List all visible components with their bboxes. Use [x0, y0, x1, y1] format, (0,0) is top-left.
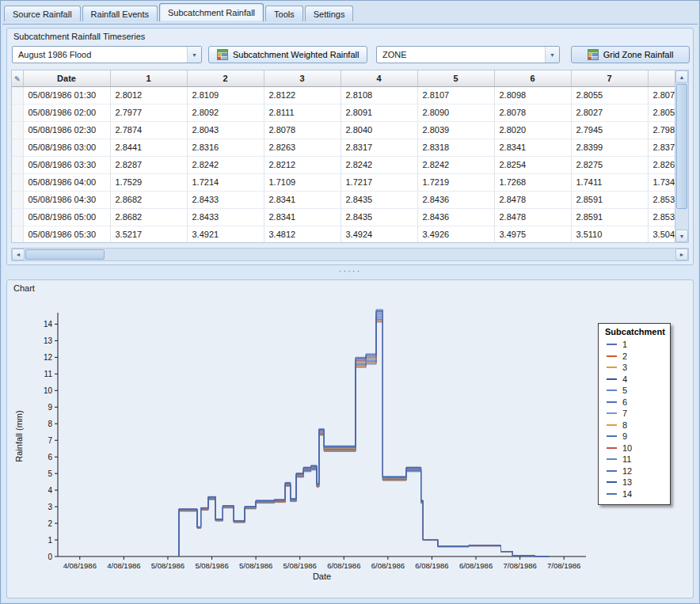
- value-cell[interactable]: 2.8478: [494, 208, 571, 226]
- date-cell[interactable]: 05/08/1986 01:30: [23, 86, 110, 104]
- grid-zone-rainfall-button[interactable]: Grid Zone Rainfall: [571, 46, 690, 63]
- table-row[interactable]: 05/08/1986 04:302.86822.84332.83412.8435…: [12, 191, 689, 208]
- value-cell[interactable]: 3.5217: [110, 226, 187, 243]
- value-cell[interactable]: 3.5110: [571, 226, 648, 243]
- value-cell[interactable]: 2.8318: [417, 139, 494, 156]
- value-cell[interactable]: 2.8591: [571, 208, 648, 226]
- column-header-4[interactable]: 4: [340, 70, 417, 86]
- date-cell[interactable]: 05/08/1986 05:00: [23, 208, 110, 226]
- chevron-down-icon[interactable]: ▼: [545, 47, 559, 63]
- value-cell[interactable]: 2.8435: [340, 191, 417, 208]
- value-cell[interactable]: 1.7529: [110, 173, 187, 191]
- value-cell[interactable]: 2.8682: [110, 191, 187, 208]
- value-cell[interactable]: 2.8591: [571, 191, 648, 208]
- value-cell[interactable]: 2.8108: [340, 86, 417, 104]
- value-cell[interactable]: 2.8122: [264, 86, 340, 104]
- date-cell[interactable]: 05/08/1986 04:00: [23, 173, 110, 191]
- value-cell[interactable]: 2.8098: [494, 86, 571, 104]
- date-cell[interactable]: 05/08/1986 05:30: [23, 226, 110, 243]
- value-cell[interactable]: 2.8433: [187, 208, 264, 226]
- value-cell[interactable]: 2.8242: [417, 156, 494, 173]
- zone-dropdown[interactable]: ZONE ▼: [376, 46, 560, 63]
- horizontal-scrollbar[interactable]: ◄ ►: [11, 248, 689, 261]
- value-cell[interactable]: 3.4812: [264, 226, 340, 243]
- value-cell[interactable]: 2.8435: [340, 208, 417, 226]
- value-cell[interactable]: 2.8433: [187, 191, 264, 208]
- column-header-7[interactable]: 7: [571, 70, 648, 86]
- tab-source-rainfall[interactable]: Source Rainfall: [4, 6, 81, 21]
- value-cell[interactable]: 2.8436: [417, 191, 494, 208]
- scroll-right-button[interactable]: ►: [675, 249, 688, 260]
- value-cell[interactable]: 2.8027: [571, 104, 648, 121]
- table-row[interactable]: 05/08/1986 02:302.78742.80432.80782.8040…: [12, 121, 689, 139]
- table-row[interactable]: 05/08/1986 03:302.82872.82422.82122.8242…: [12, 156, 689, 173]
- scroll-down-button[interactable]: ▼: [675, 230, 688, 242]
- value-cell[interactable]: 2.8254: [494, 156, 571, 173]
- column-header-2[interactable]: 2: [187, 70, 264, 86]
- value-cell[interactable]: 2.8055: [571, 86, 648, 104]
- value-cell[interactable]: 2.8109: [187, 86, 264, 104]
- vertical-scrollbar[interactable]: ▲ ▼: [675, 70, 688, 242]
- value-cell[interactable]: 2.8287: [110, 156, 187, 173]
- horizontal-scroll-thumb[interactable]: [25, 249, 105, 260]
- splitter-handle[interactable]: ·····: [2, 267, 698, 278]
- value-cell[interactable]: 2.7977: [110, 104, 187, 121]
- tab-subcatchment-rainfall[interactable]: Subcatchment Rainfall: [159, 3, 264, 21]
- value-cell[interactable]: 3.4921: [187, 226, 264, 243]
- event-dropdown[interactable]: August 1986 Flood ▼: [12, 46, 202, 63]
- value-cell[interactable]: 2.8341: [494, 139, 571, 156]
- tab-tools[interactable]: Tools: [265, 6, 303, 21]
- value-cell[interactable]: 2.8242: [340, 156, 417, 173]
- column-header-1[interactable]: 1: [110, 70, 187, 86]
- value-cell[interactable]: 2.8039: [417, 121, 494, 139]
- table-row[interactable]: 05/08/1986 05:002.86822.84332.83412.8435…: [12, 208, 689, 226]
- value-cell[interactable]: 2.8040: [340, 121, 417, 139]
- chevron-down-icon[interactable]: ▼: [187, 47, 201, 63]
- column-header-5[interactable]: 5: [417, 70, 494, 86]
- value-cell[interactable]: 2.8682: [110, 208, 187, 226]
- tab-rainfall-events[interactable]: Rainfall Events: [82, 6, 158, 21]
- value-cell[interactable]: 2.8092: [187, 104, 264, 121]
- date-cell[interactable]: 05/08/1986 02:00: [23, 104, 110, 121]
- value-cell[interactable]: 2.8078: [264, 121, 340, 139]
- value-cell[interactable]: 2.7945: [571, 121, 648, 139]
- column-header-6[interactable]: 6: [494, 70, 571, 86]
- value-cell[interactable]: 2.8078: [494, 104, 571, 121]
- scroll-left-button[interactable]: ◄: [12, 249, 25, 260]
- value-cell[interactable]: 3.4975: [494, 226, 571, 243]
- date-cell[interactable]: 05/08/1986 03:30: [23, 156, 110, 173]
- column-header-date[interactable]: Date: [23, 70, 110, 86]
- scroll-up-button[interactable]: ▲: [675, 70, 688, 83]
- value-cell[interactable]: 2.8263: [264, 139, 340, 156]
- date-cell[interactable]: 05/08/1986 03:00: [23, 139, 110, 156]
- value-cell[interactable]: 1.7268: [494, 173, 571, 191]
- value-cell[interactable]: 2.8441: [110, 139, 187, 156]
- value-cell[interactable]: 2.8012: [110, 86, 187, 104]
- table-row[interactable]: 05/08/1986 05:303.52173.49213.48123.4924…: [12, 226, 689, 243]
- value-cell[interactable]: 2.8020: [494, 121, 571, 139]
- value-cell[interactable]: 2.8212: [264, 156, 340, 173]
- value-cell[interactable]: 1.7217: [340, 173, 417, 191]
- value-cell[interactable]: 1.7109: [264, 173, 340, 191]
- value-cell[interactable]: 2.8275: [571, 156, 648, 173]
- value-cell[interactable]: 2.7874: [110, 121, 187, 139]
- value-cell[interactable]: 2.8317: [340, 139, 417, 156]
- date-cell[interactable]: 05/08/1986 04:30: [23, 191, 110, 208]
- table-row[interactable]: 05/08/1986 04:001.75291.72141.71091.7217…: [12, 173, 689, 191]
- vertical-scroll-thumb[interactable]: [676, 84, 687, 209]
- value-cell[interactable]: 2.8043: [187, 121, 264, 139]
- table-row[interactable]: 05/08/1986 03:002.84412.83162.82632.8317…: [12, 139, 689, 156]
- value-cell[interactable]: 3.4924: [340, 226, 417, 243]
- date-cell[interactable]: 05/08/1986 02:30: [23, 121, 110, 139]
- value-cell[interactable]: 2.8107: [417, 86, 494, 104]
- value-cell[interactable]: 2.8316: [187, 139, 264, 156]
- value-cell[interactable]: 2.8436: [417, 208, 494, 226]
- value-cell[interactable]: 2.8111: [264, 104, 340, 121]
- value-cell[interactable]: 2.8341: [264, 208, 340, 226]
- column-header-3[interactable]: 3: [264, 70, 340, 86]
- value-cell[interactable]: 1.7214: [187, 173, 264, 191]
- value-cell[interactable]: 2.8341: [264, 191, 340, 208]
- tab-settings[interactable]: Settings: [305, 6, 354, 21]
- table-row[interactable]: 05/08/1986 01:302.80122.81092.81222.8108…: [12, 86, 689, 104]
- value-cell[interactable]: 2.8090: [417, 104, 494, 121]
